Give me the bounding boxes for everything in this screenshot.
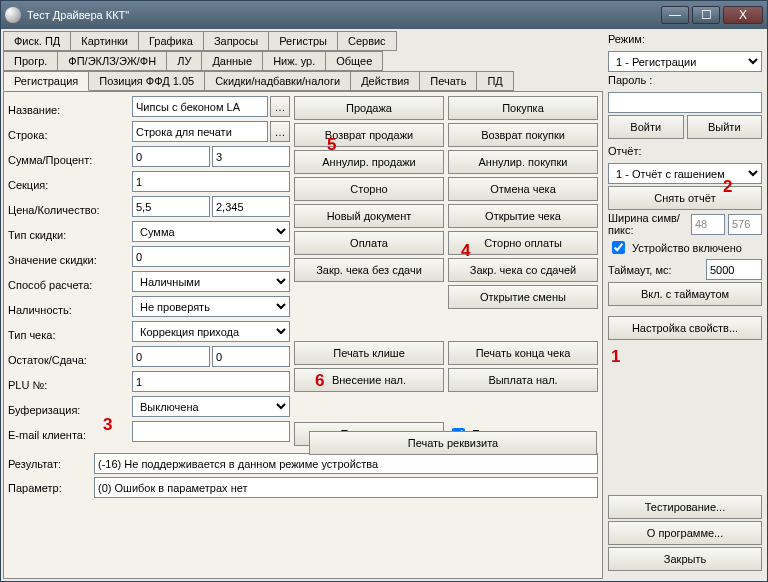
- tabs-row-3: Регистрация Позиция ФФД 1.05 Скидки/надб…: [3, 71, 603, 90]
- tab-progr[interactable]: Прогр.: [3, 51, 58, 71]
- tab-fisk-pd[interactable]: Фиск. ПД: [3, 31, 71, 51]
- report-label: Отчёт:: [608, 145, 762, 161]
- payment-button[interactable]: Оплата: [294, 231, 444, 255]
- timeout-label: Таймаут, мс:: [608, 264, 703, 276]
- storno-button[interactable]: Сторно: [294, 177, 444, 201]
- purchase-return-button[interactable]: Возврат покупки: [448, 123, 598, 147]
- print-end-check-button[interactable]: Печать конца чека: [448, 341, 598, 365]
- maximize-button[interactable]: ☐: [692, 6, 720, 24]
- label-cash: Наличность:: [8, 300, 128, 320]
- about-button[interactable]: О программе...: [608, 521, 762, 545]
- tab-registration[interactable]: Регистрация: [3, 71, 89, 91]
- sale-cancel-button[interactable]: Аннулир. продажи: [294, 150, 444, 174]
- label-section: Секция:: [8, 175, 128, 195]
- param-output: [94, 477, 598, 498]
- percent-input[interactable]: [212, 146, 290, 167]
- testing-button[interactable]: Тестирование...: [608, 495, 762, 519]
- tabs-row-2: Прогр. ФП/ЭКЛЗ/ЭЖ/ФН ЛУ Данные Ниж. ур. …: [3, 51, 603, 70]
- tab-print[interactable]: Печать: [419, 71, 477, 91]
- open-check-button[interactable]: Открытие чека: [448, 204, 598, 228]
- tab-graphics[interactable]: Графика: [138, 31, 204, 51]
- tabs-row-1: Фиск. ПД Картинки Графика Запросы Регист…: [3, 31, 603, 50]
- email-input[interactable]: [132, 421, 290, 442]
- label-line: Строка:: [8, 125, 128, 145]
- label-plu: PLU №:: [8, 375, 128, 395]
- login-button[interactable]: Войти: [608, 115, 684, 139]
- label-check-type: Тип чека:: [8, 325, 128, 345]
- payment-storno-button[interactable]: Сторно оплаты: [448, 231, 598, 255]
- tab-requests[interactable]: Запросы: [203, 31, 269, 51]
- mode-select[interactable]: 1 - Регистрации: [608, 51, 762, 72]
- width-label: Ширина симв/пикс:: [608, 212, 688, 236]
- tab-pd[interactable]: ПД: [476, 71, 513, 91]
- on-with-timeout-button[interactable]: Вкл. с таймаутом: [608, 282, 762, 306]
- app-icon: [5, 7, 21, 23]
- password-input[interactable]: [608, 92, 762, 113]
- close-check-with-change-button[interactable]: Закр. чека со сдачей: [448, 258, 598, 282]
- tab-data[interactable]: Данные: [201, 51, 263, 71]
- discount-value-input[interactable]: [132, 246, 290, 267]
- new-document-button[interactable]: Новый документ: [294, 204, 444, 228]
- sale-return-button[interactable]: Возврат продажи: [294, 123, 444, 147]
- payment-method-select[interactable]: Наличными: [132, 271, 290, 292]
- tab-ffd-position[interactable]: Позиция ФФД 1.05: [88, 71, 205, 91]
- width-px-output: [728, 214, 762, 235]
- cash-in-button[interactable]: Внесение нал.: [294, 368, 444, 392]
- check-type-select[interactable]: Коррекция прихода: [132, 321, 290, 342]
- cash-out-button[interactable]: Выплата нал.: [448, 368, 598, 392]
- tab-registers[interactable]: Регистры: [268, 31, 338, 51]
- timeout-input[interactable]: [706, 259, 762, 280]
- tab-discounts[interactable]: Скидки/надбавки/налоги: [204, 71, 351, 91]
- purchase-cancel-button[interactable]: Аннулир. покупки: [448, 150, 598, 174]
- section-input[interactable]: [132, 171, 290, 192]
- tab-service[interactable]: Сервис: [337, 31, 397, 51]
- discount-type-select[interactable]: Сумма: [132, 221, 290, 242]
- take-report-button[interactable]: Снять отчёт: [608, 186, 762, 210]
- param-label: Параметр:: [8, 482, 88, 494]
- plu-input[interactable]: [132, 371, 290, 392]
- close-app-button[interactable]: Закрыть: [608, 547, 762, 571]
- print-cliche-button[interactable]: Печать клише: [294, 341, 444, 365]
- sum-input[interactable]: [132, 146, 210, 167]
- minimize-button[interactable]: —: [661, 6, 689, 24]
- width-chars-output: [691, 214, 725, 235]
- label-email: E-mail клиента:: [8, 425, 128, 445]
- tab-pictures[interactable]: Картинки: [70, 31, 139, 51]
- properties-button[interactable]: Настройка свойств...: [608, 316, 762, 340]
- cancel-check-button[interactable]: Отмена чека: [448, 177, 598, 201]
- label-discount-type: Тип скидки:: [8, 225, 128, 245]
- logout-button[interactable]: Выйти: [687, 115, 763, 139]
- report-select[interactable]: 1 - Отчёт с гашением: [608, 163, 762, 184]
- close-check-no-change-button[interactable]: Закр. чека без сдачи: [294, 258, 444, 282]
- close-button[interactable]: X: [723, 6, 763, 24]
- result-label: Результат:: [8, 458, 88, 470]
- balance-input[interactable]: [132, 346, 210, 367]
- label-name: Название:: [8, 100, 128, 120]
- name-input[interactable]: [132, 96, 268, 117]
- tab-actions[interactable]: Действия: [350, 71, 420, 91]
- tab-low-level[interactable]: Ниж. ур.: [262, 51, 326, 71]
- password-label: Пароль :: [608, 74, 762, 90]
- tab-lu[interactable]: ЛУ: [166, 51, 202, 71]
- label-discount-value: Значение скидки:: [8, 250, 128, 270]
- print-requisite-button[interactable]: Печать реквизита: [309, 431, 597, 455]
- sale-button[interactable]: Продажа: [294, 96, 444, 120]
- line-more-button[interactable]: …: [270, 121, 290, 142]
- change-input[interactable]: [212, 346, 290, 367]
- window-title: Тест Драйвера ККТ": [27, 9, 658, 21]
- buffering-select[interactable]: Выключена: [132, 396, 290, 417]
- open-shift-button[interactable]: Открытие смены: [448, 285, 598, 309]
- titlebar: Тест Драйвера ККТ" — ☐ X: [1, 1, 767, 29]
- label-price-qty: Цена/Количество:: [8, 200, 128, 220]
- cash-select[interactable]: Не проверять: [132, 296, 290, 317]
- tab-common[interactable]: Общее: [325, 51, 383, 71]
- qty-input[interactable]: [212, 196, 290, 217]
- device-on-checkbox[interactable]: [612, 241, 625, 254]
- price-input[interactable]: [132, 196, 210, 217]
- line-input[interactable]: [132, 121, 268, 142]
- purchase-button[interactable]: Покупка: [448, 96, 598, 120]
- mode-label: Режим:: [608, 33, 762, 49]
- tab-fp-eklz[interactable]: ФП/ЭКЛЗ/ЭЖ/ФН: [57, 51, 167, 71]
- name-more-button[interactable]: …: [270, 96, 290, 117]
- label-buffering: Буферизация:: [8, 400, 128, 420]
